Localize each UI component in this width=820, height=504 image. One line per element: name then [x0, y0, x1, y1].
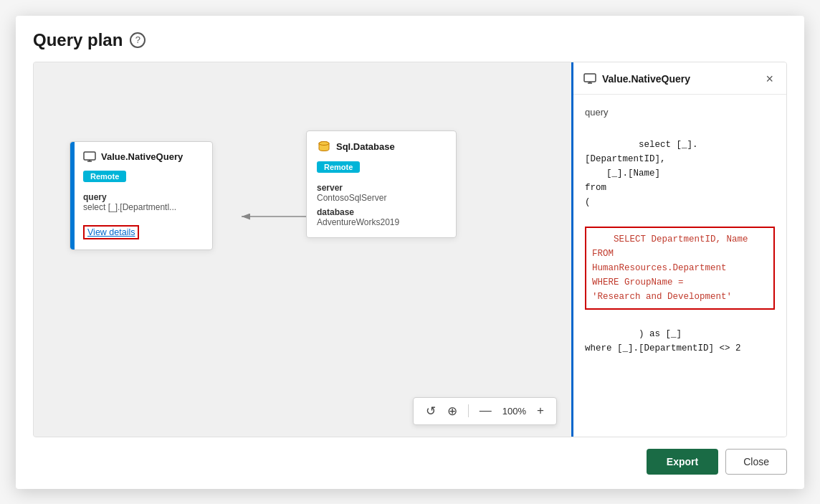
main-area: Value.NativeQuery Remote query select [_… — [33, 62, 787, 437]
native-query-label: query — [83, 192, 204, 202]
db-header: Sql.Database — [317, 140, 446, 154]
detail-panel: Value.NativeQuery × query select [_].[De… — [571, 62, 786, 437]
svg-point-6 — [319, 141, 329, 145]
toolbar-divider — [468, 404, 469, 417]
native-query-node: Value.NativeQuery Remote query select [_… — [70, 141, 213, 250]
close-button[interactable]: Close — [725, 449, 787, 475]
native-query-title: Value.NativeQuery — [101, 151, 183, 162]
query-line-1: select [_].[DepartmentID], [_].[Name] fr… — [585, 140, 698, 207]
zoom-in-button[interactable]: + — [533, 402, 548, 419]
sql-database-node: Sql.Database Remote server ContosoSqlSer… — [306, 130, 457, 238]
zoom-level: 100% — [500, 406, 529, 417]
canvas-area: Value.NativeQuery Remote query select [_… — [34, 62, 571, 437]
move-button[interactable]: ⊕ — [444, 402, 461, 420]
svg-rect-2 — [84, 152, 95, 160]
detail-monitor-icon — [583, 72, 596, 85]
svg-rect-7 — [584, 74, 596, 82]
dialog-footer: Export Close — [33, 449, 787, 475]
query-line-2: ) as [_] where [_].[DepartmentID] <> 2 — [585, 329, 741, 353]
detail-close-button[interactable]: × — [763, 71, 776, 87]
detail-panel-title-row: Value.NativeQuery — [583, 72, 690, 85]
export-button[interactable]: Export — [647, 449, 718, 475]
native-query-badge: Remote — [83, 171, 126, 182]
page-title: Query plan — [33, 30, 123, 50]
monitor-icon — [83, 151, 96, 163]
view-details-link[interactable]: View details — [83, 225, 139, 239]
database-label: database — [317, 207, 446, 217]
zoom-out-button[interactable]: — — [476, 402, 495, 419]
detail-panel-header: Value.NativeQuery × — [573, 62, 786, 95]
sql-database-badge: Remote — [317, 161, 360, 173]
detail-title: Value.NativeQuery — [602, 73, 690, 85]
help-icon[interactable]: ? — [130, 32, 146, 48]
server-label: server — [317, 183, 446, 193]
node-card-body: Value.NativeQuery Remote query select [_… — [70, 142, 212, 249]
dialog-header: Query plan ? — [33, 30, 787, 50]
server-value: ContosoSqlServer — [317, 193, 446, 203]
db-node-body: Sql.Database Remote server ContosoSqlSer… — [307, 131, 456, 237]
sql-database-title: Sql.Database — [336, 141, 395, 152]
query-label: query — [585, 105, 775, 120]
undo-button[interactable]: ↺ — [422, 402, 439, 420]
node-header: Value.NativeQuery — [83, 151, 204, 163]
canvas-toolbar: ↺ ⊕ — 100% + — [413, 397, 557, 425]
query-plan-dialog: Query plan ? — [16, 16, 804, 489]
sql-native-block: SELECT DepartmentID, Name FROM HumanReso… — [585, 227, 775, 310]
native-query-value: select [_].[Departmentl... — [83, 202, 204, 212]
database-icon — [317, 140, 331, 154]
database-value: AdventureWorks2019 — [317, 217, 446, 227]
query-code-block: select [_].[DepartmentID], [_].[Name] fr… — [585, 123, 775, 370]
detail-content: query select [_].[DepartmentID], [_].[Na… — [573, 95, 786, 437]
node-accent — [70, 142, 75, 249]
